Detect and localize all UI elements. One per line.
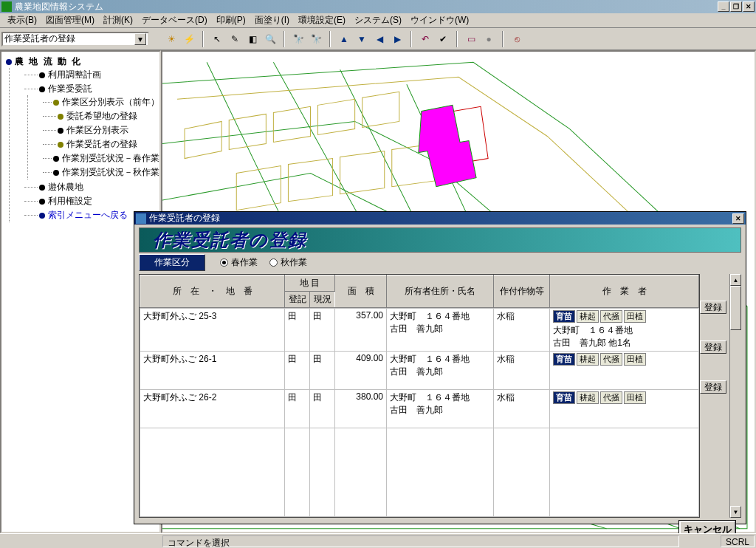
- menu-item[interactable]: 面塗り(I): [250, 13, 294, 28]
- arrow-down-icon[interactable]: ▼: [354, 32, 369, 47]
- status-scrl: SCRL: [721, 535, 755, 547]
- tree-item[interactable]: 作業別受託状況－春作業: [62, 152, 159, 165]
- separator: [284, 31, 285, 47]
- arrow-right-icon[interactable]: ▶: [390, 32, 405, 47]
- app-titlebar: 農業地図情報システム _ ❐ ✕: [0, 0, 756, 13]
- app-title: 農業地図情報システム: [15, 1, 718, 13]
- zoom-icon[interactable]: 🔍: [263, 32, 278, 47]
- col-cur: 現況: [310, 292, 335, 308]
- circle-icon[interactable]: ●: [481, 32, 496, 47]
- cell-owner: 大野町 １６４番地 古田 善九郎: [387, 352, 494, 390]
- arrow-up-icon[interactable]: ▲: [337, 32, 351, 47]
- section-label: 作業区分: [139, 254, 205, 271]
- bolt-icon[interactable]: ⚡: [182, 32, 196, 47]
- work-tag[interactable]: 代掻: [600, 391, 622, 404]
- dialog-header: 作業受託者の登録: [139, 227, 741, 253]
- eraser-icon[interactable]: ◧: [245, 32, 260, 47]
- separator: [329, 31, 331, 47]
- sun-icon[interactable]: ☀: [164, 32, 179, 47]
- close-button[interactable]: ✕: [743, 1, 755, 12]
- col-reg: 登記: [285, 292, 310, 308]
- menu-item[interactable]: 計測(K): [99, 13, 137, 28]
- tree-item[interactable]: 利用調整計画: [48, 69, 101, 81]
- cell-location: 大野町外ふご 25-3: [140, 309, 285, 352]
- menu-item[interactable]: システム(S): [350, 13, 406, 28]
- table-row[interactable]: 大野町外ふご 26-1田田409.00大野町 １６４番地 古田 善九郎水稲育苗耕…: [140, 352, 699, 390]
- scroll-up-icon[interactable]: ▲: [730, 274, 741, 286]
- menu-item[interactable]: 表示(B): [3, 13, 41, 28]
- col-owner: 所有者住所・氏名: [387, 275, 494, 308]
- col-worker: 作 業 者: [550, 275, 699, 308]
- table-row[interactable]: 大野町外ふご 25-3田田357.00大野町 １６４番地 古田 善九郎水稲育苗耕…: [140, 309, 699, 352]
- tree-item[interactable]: 作業区分別表示: [66, 124, 128, 137]
- menu-item[interactable]: 図面管理(M): [41, 13, 99, 28]
- work-tag[interactable]: 代掻: [600, 353, 622, 366]
- menu-item[interactable]: 印刷(P): [212, 13, 250, 28]
- register-button[interactable]: 登録: [700, 340, 726, 354]
- col-crop: 作付作物等: [494, 275, 550, 308]
- work-tag[interactable]: 育苗: [553, 353, 575, 366]
- undo-icon[interactable]: ↶: [418, 32, 433, 47]
- col-landtype: 地 目: [285, 275, 335, 292]
- data-grid: 所 在 ・ 地 番 地 目 面 積 所有者住所・氏名 作付作物等 作 業 者 登…: [139, 274, 700, 518]
- cell-crop: 水稲: [494, 352, 550, 390]
- work-tag[interactable]: 育苗: [553, 391, 575, 404]
- cell-cur: 田: [310, 390, 335, 428]
- menu-item[interactable]: 環境設定(E): [294, 13, 350, 28]
- col-location: 所 在 ・ 地 番: [140, 275, 285, 308]
- layer-combo[interactable]: 作業受託者の登録 ▾: [1, 32, 149, 47]
- chevron-down-icon[interactable]: ▾: [134, 33, 146, 45]
- dialog-icon: [136, 213, 146, 224]
- dialog-close-button[interactable]: ✕: [732, 213, 744, 224]
- dialog-titlebar: 作業受託者の登録 ✕: [134, 212, 746, 225]
- scroll-thumb[interactable]: [730, 286, 741, 330]
- work-tag[interactable]: 田植: [624, 353, 646, 366]
- tree-item[interactable]: 作業受託者の登録: [66, 138, 137, 151]
- maximize-button[interactable]: ❐: [730, 1, 742, 12]
- cell-reg: 田: [285, 352, 310, 390]
- tree-item[interactable]: 作業別受託状況－秋作業: [62, 166, 159, 179]
- cell-cur: 田: [310, 309, 335, 352]
- select-rect-icon[interactable]: ▭: [464, 32, 478, 47]
- work-tag[interactable]: 耕起: [577, 310, 599, 323]
- table-row[interactable]: 大野町外ふご 26-2田田380.00大野町 １６４番地 古田 善九郎水稲育苗耕…: [140, 390, 699, 428]
- statusbar: コマンドを選択 SCRL: [0, 533, 756, 548]
- work-tag[interactable]: 田植: [624, 391, 646, 404]
- separator: [410, 31, 412, 47]
- register-button[interactable]: 登録: [700, 301, 726, 314]
- menu-item[interactable]: データベース(D): [137, 13, 212, 28]
- cell-location: 大野町外ふご 26-2: [140, 390, 285, 428]
- check-icon[interactable]: ✔: [436, 32, 450, 47]
- binoculars-minus-icon[interactable]: 🔭: [309, 32, 323, 47]
- work-tag[interactable]: 田植: [624, 310, 646, 323]
- work-tag[interactable]: 耕起: [577, 391, 599, 404]
- work-tag[interactable]: 代掻: [600, 310, 622, 323]
- tree-root[interactable]: 農 地 流 動 化: [15, 55, 82, 68]
- exit-icon[interactable]: ⎋: [509, 32, 524, 47]
- register-button[interactable]: 登録: [700, 380, 726, 394]
- separator: [502, 31, 504, 47]
- menu-item[interactable]: ウインドウ(W): [406, 13, 473, 28]
- binoculars-plus-icon[interactable]: 🔭: [291, 32, 306, 47]
- minimize-button[interactable]: _: [718, 1, 729, 12]
- dialog-controls: 作業区分 春作業秋作業: [139, 254, 741, 271]
- cell-owner: 大野町 １６４番地 古田 善九郎: [387, 309, 494, 352]
- pointer-icon[interactable]: ↖: [210, 32, 224, 47]
- work-tag[interactable]: 耕起: [577, 353, 599, 366]
- scroll-down-icon[interactable]: ▼: [730, 506, 741, 518]
- cell-reg: 田: [285, 309, 310, 352]
- tree-item[interactable]: 遊休農地: [48, 181, 83, 193]
- tree-item[interactable]: 作業受委託: [48, 83, 92, 95]
- tree-item[interactable]: 索引メニューへ戻る: [48, 209, 128, 222]
- tree-item[interactable]: 作業区分別表示（前年）: [62, 96, 159, 109]
- scrollbar[interactable]: ▲ ▼: [729, 274, 741, 518]
- radio-option[interactable]: 秋作業: [269, 256, 307, 269]
- tree-item[interactable]: 利用権設定: [48, 195, 92, 208]
- tree-item[interactable]: 委託希望地の登録: [66, 110, 137, 123]
- toolbar: 作業受託者の登録 ▾ ☀ ⚡ ↖ ✎ ◧ 🔍 🔭 🔭 ▲ ▼ ◀ ▶ ↶ ✔ ▭…: [0, 28, 756, 50]
- radio-option[interactable]: 春作業: [220, 256, 258, 269]
- work-tag[interactable]: 育苗: [553, 310, 575, 323]
- pencil-icon[interactable]: ✎: [227, 32, 242, 47]
- radio-label: 秋作業: [281, 256, 307, 269]
- arrow-left-icon[interactable]: ◀: [372, 32, 387, 47]
